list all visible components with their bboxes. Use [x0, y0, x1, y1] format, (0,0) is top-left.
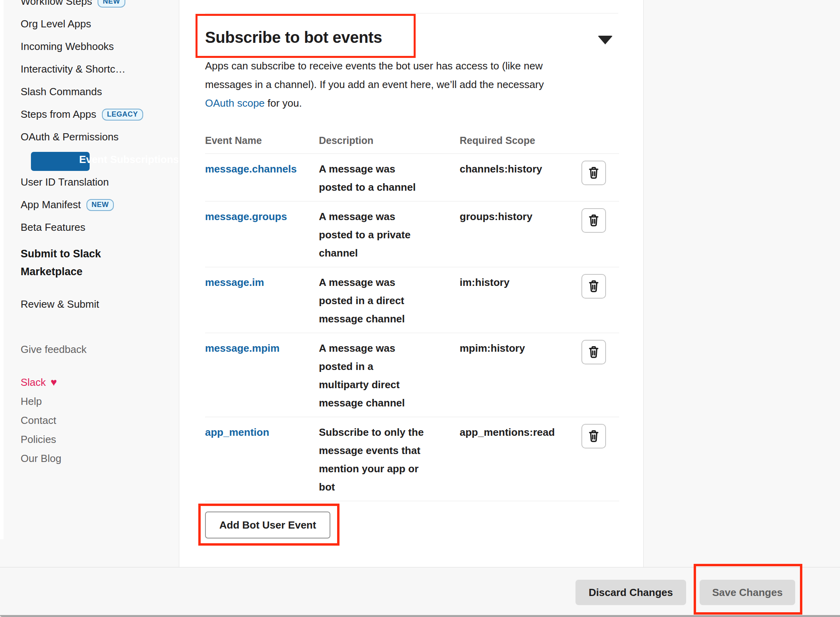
- table-row: app_mention Subscribe to only the messag…: [205, 417, 619, 501]
- legacy-badge: LEGACY: [102, 109, 143, 121]
- event-description: Subscribe to only the message events tha…: [319, 423, 460, 496]
- save-changes-button[interactable]: Save Changes: [700, 580, 795, 605]
- trash-icon: [587, 345, 600, 359]
- delete-event-button[interactable]: [581, 424, 606, 448]
- required-scope: groups:history: [460, 207, 581, 262]
- sidebar-item-interactivity-shortcuts[interactable]: Interactivity & Shortc…: [4, 58, 179, 80]
- new-badge: NEW: [86, 199, 114, 211]
- required-scope: channels:history: [460, 160, 581, 196]
- column-header-event-name: Event Name: [205, 135, 319, 146]
- bottom-action-bar: Discard Changes Save Changes: [0, 567, 840, 617]
- required-scope: app_mentions:read: [460, 423, 581, 496]
- footer-link-slack[interactable]: Slack ♥: [21, 373, 61, 392]
- column-header-description: Description: [319, 135, 460, 146]
- delete-event-button[interactable]: [581, 340, 606, 364]
- left-gutter: [0, 0, 4, 539]
- sidebar-item-org-level-apps[interactable]: Org Level Apps: [4, 13, 179, 35]
- bot-events-table: Event Name Description Required Scope me…: [205, 131, 619, 501]
- oauth-scope-link[interactable]: OAuth scope: [205, 97, 265, 109]
- event-description: A message was posted in a multiparty dir…: [319, 339, 460, 412]
- footer-link-help[interactable]: Help: [21, 392, 61, 411]
- event-description: A message was posted to a channel: [319, 160, 460, 196]
- trash-icon: [587, 166, 600, 180]
- footer-link-policies[interactable]: Policies: [21, 430, 61, 449]
- table-row: message.im A message was posted in a dir…: [205, 267, 619, 333]
- trash-icon: [587, 280, 600, 293]
- section-description: Apps can subscribe to receive events the…: [205, 57, 604, 113]
- sidebar-item-oauth-permissions[interactable]: OAuth & Permissions: [4, 126, 179, 148]
- sidebar-item-steps-from-apps[interactable]: Steps from Apps LEGACY: [4, 103, 179, 126]
- trash-icon: [587, 429, 600, 443]
- footer-link-our-blog[interactable]: Our Blog: [21, 449, 61, 468]
- required-scope: mpim:history: [460, 339, 581, 412]
- event-name-link[interactable]: message.mpim: [205, 339, 319, 412]
- window-bottom-edge: [0, 615, 840, 617]
- slack-app-settings-page: Workflow Steps NEW Org Level Apps Incomi…: [0, 0, 840, 617]
- sidebar-item-label: Beta Features: [21, 221, 85, 234]
- sidebar-item-user-id-translation[interactable]: User ID Translation: [4, 171, 179, 194]
- sidebar-section-heading: Submit to Slack Marketplace: [21, 245, 148, 281]
- table-row: message.channels A message was posted to…: [205, 154, 619, 201]
- sidebar-item-slash-commands[interactable]: Slash Commands: [4, 80, 179, 103]
- required-scope: im:history: [460, 273, 581, 328]
- chevron-down-icon[interactable]: [598, 36, 613, 44]
- delete-event-button[interactable]: [581, 208, 606, 233]
- sidebar-item-label: Incoming Webhooks: [21, 40, 114, 53]
- table-row: message.mpim A message was posted in a m…: [205, 333, 619, 417]
- sidebar-item-label: OAuth & Permissions: [21, 131, 119, 143]
- table-header-row: Event Name Description Required Scope: [205, 131, 619, 154]
- sidebar-item-label: Slash Commands: [21, 86, 102, 98]
- sidebar-item-label: App Manifest: [21, 199, 81, 211]
- trash-icon: [587, 214, 600, 227]
- add-bot-user-event-button[interactable]: Add Bot User Event: [205, 512, 330, 538]
- sidebar-item-event-subscriptions[interactable]: Event Subscriptions: [4, 148, 179, 171]
- sidebar-footer-links: Slack ♥ Help Contact Policies Our Blog: [21, 373, 61, 468]
- sidebar-item-app-manifest[interactable]: App Manifest NEW: [4, 194, 179, 216]
- footer-link-contact[interactable]: Contact: [21, 411, 61, 430]
- heart-icon: ♥: [51, 376, 57, 389]
- event-name-link[interactable]: message.groups: [205, 207, 319, 262]
- sidebar-item-label: Event Subscriptions: [79, 153, 179, 166]
- new-badge: NEW: [98, 0, 125, 8]
- sidebar-item-label: Interactivity & Shortc…: [21, 63, 125, 75]
- sidebar-item-review-submit[interactable]: Review & Submit: [21, 298, 99, 310]
- delete-event-button[interactable]: [581, 274, 606, 299]
- section-title: Subscribe to bot events: [205, 29, 382, 46]
- sidebar-item-label: Steps from Apps: [21, 108, 96, 121]
- sidebar-item-beta-features[interactable]: Beta Features: [4, 216, 179, 239]
- section-top-divider: [205, 13, 618, 13]
- discard-changes-button[interactable]: Discard Changes: [575, 580, 686, 605]
- event-subscriptions-panel: Subscribe to bot events Apps can subscri…: [179, 0, 644, 567]
- table-row: message.groups A message was posted to a…: [205, 201, 619, 267]
- give-feedback-link[interactable]: Give feedback: [21, 343, 86, 356]
- sidebar-item-label: Org Level Apps: [21, 18, 91, 30]
- sidebar-nav: Workflow Steps NEW Org Level Apps Incomi…: [4, 0, 179, 239]
- sidebar-item-label: Workflow Steps: [21, 0, 92, 8]
- sidebar-item-workflow-steps[interactable]: Workflow Steps NEW: [4, 0, 179, 13]
- sidebar: Workflow Steps NEW Org Level Apps Incomi…: [4, 0, 179, 567]
- event-description: A message was posted to a private channe…: [319, 207, 460, 262]
- event-name-link[interactable]: message.channels: [205, 160, 319, 196]
- column-header-actions: [581, 135, 619, 146]
- column-header-required-scope: Required Scope: [460, 135, 581, 146]
- event-name-link[interactable]: message.im: [205, 273, 319, 328]
- event-description: A message was posted in a direct message…: [319, 273, 460, 328]
- event-name-link[interactable]: app_mention: [205, 423, 319, 496]
- sidebar-item-incoming-webhooks[interactable]: Incoming Webhooks: [4, 35, 179, 58]
- delete-event-button[interactable]: [581, 161, 606, 185]
- sidebar-item-label: User ID Translation: [21, 176, 109, 188]
